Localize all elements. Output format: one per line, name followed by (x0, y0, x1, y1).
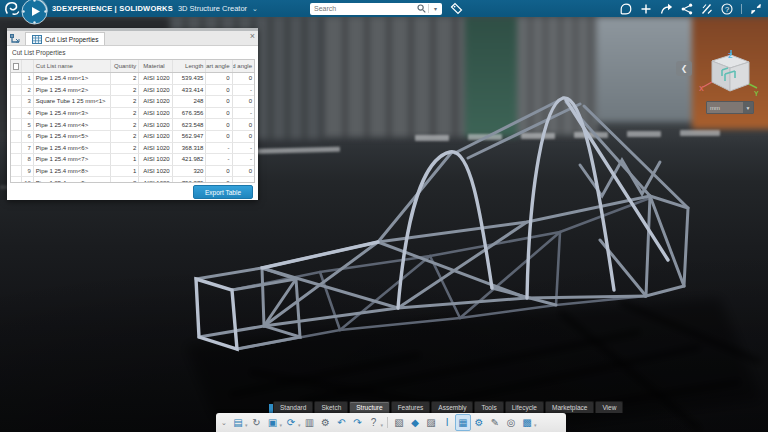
svg-text:?: ? (725, 4, 729, 13)
toolbar-separator (387, 417, 388, 428)
print-icon[interactable]: ▥ (302, 414, 318, 431)
topbar-right-icons: ? (620, 0, 762, 17)
tab-tools[interactable]: Tools (474, 401, 503, 414)
bottom-toolbar-icons: ▤▾↻▣▾⟳▾▥⚙↶↷?▾▧◆▨I▦⚙✎◎▩▾ (230, 414, 538, 431)
cutlist-table-body: 1Pipe 1 25.4 mm<1>2AISI 1020539.435002Pi… (11, 73, 254, 183)
panel-footer: Export Table (7, 183, 258, 200)
dropdown-caret[interactable]: ▾ (245, 422, 248, 428)
search-options-chevron-icon[interactable]: ▾ (429, 3, 442, 15)
help-circle-icon[interactable]: ? (721, 3, 733, 15)
export-table-button[interactable]: Export Table (193, 185, 253, 199)
tab-lifecycle[interactable]: Lifecycle (505, 401, 544, 414)
exit-fullscreen-icon[interactable] (750, 3, 762, 15)
save-icon[interactable]: ▣ (265, 414, 281, 431)
compare-icon[interactable]: ▩ (519, 414, 535, 431)
panel-tab-label: Cut List Properties (45, 36, 98, 43)
undo-icon[interactable]: ↶ (334, 414, 350, 431)
tab-structure[interactable]: Structure (349, 401, 389, 414)
redo-icon[interactable]: ↷ (350, 414, 366, 431)
new-part-icon[interactable]: ▤ (230, 414, 246, 431)
cutlist-table-icon[interactable]: ▦ (455, 414, 471, 431)
table-row[interactable]: 9Pipe 1 25.4 mm<8>1AISI 102032000 (11, 166, 254, 178)
table-icon (32, 35, 42, 44)
col-end-angle[interactable]: End angle (233, 60, 254, 72)
structure-tree-icon[interactable] (7, 32, 23, 45)
dropdown-caret[interactable]: ▾ (298, 422, 301, 428)
tab-standard[interactable]: Standard (273, 401, 313, 414)
bottom-tab-strip: StandardSketchStructureFeaturesAssemblyT… (273, 401, 623, 414)
select-all-checkbox[interactable] (11, 60, 22, 72)
material-globe-icon[interactable]: ◎ (503, 414, 519, 431)
help-icon[interactable]: ? (366, 414, 382, 431)
share-nodes-icon[interactable] (681, 3, 693, 15)
dropdown-caret[interactable]: ▾ (280, 422, 283, 428)
viewcube-collapse-button[interactable]: ❮ (676, 61, 692, 76)
dropdown-caret[interactable]: ▾ (534, 422, 537, 428)
search-input[interactable] (310, 5, 415, 12)
view-cube[interactable]: X Y Z (698, 50, 760, 102)
cutlist-table: Cut List name Quantity Material Length S… (10, 59, 255, 183)
tabstrip-accent (269, 404, 273, 413)
top-bar: 3DEXPERIENCE | SOLIDWORKS 3D Structure C… (0, 0, 768, 17)
pen-icon[interactable] (701, 3, 713, 15)
add-icon[interactable] (640, 3, 652, 15)
cutlist-panel: Cut List Properties × Cut List Propertie… (7, 28, 258, 200)
col-material[interactable]: Material (139, 60, 173, 72)
table-row[interactable]: 6Pipe 1 25.4 mm<5>2AISI 1020562.94700 (11, 131, 254, 143)
update-shield-icon[interactable]: ↻ (249, 414, 265, 431)
notification-drop-icon[interactable] (620, 3, 632, 15)
table-row[interactable]: 7Pipe 1 25.4 mm<6>2AISI 1020368.318-- (11, 143, 254, 155)
primitive-cube-icon[interactable]: ◆ (407, 414, 423, 431)
section-cube-icon[interactable]: ▨ (423, 414, 439, 431)
share-forward-icon[interactable] (660, 3, 673, 15)
tab-view[interactable]: View (595, 401, 623, 414)
chevron-down-icon: ▼ (743, 102, 753, 113)
catalog-icon[interactable]: ▧ (391, 414, 407, 431)
table-row[interactable]: 8Pipe 1 25.4 mm<7>1AISI 1020421.982-- (11, 154, 254, 166)
search-icon[interactable] (415, 3, 428, 15)
units-value: mm (707, 105, 743, 111)
table-row[interactable]: 2Pipe 1 25.4 mm<2>2AISI 1020433.4140- (11, 85, 254, 97)
settings-gear-icon[interactable]: ⚙ (318, 414, 334, 431)
search-box[interactable]: ▾ (310, 3, 442, 15)
cutlist-table-header: Cut List name Quantity Material Length S… (11, 60, 254, 73)
tab-marketplace[interactable]: Marketplace (545, 401, 594, 414)
app-window: ❮ X Y Z mm ▼ (0, 0, 768, 432)
table-row[interactable]: 1Pipe 1 25.4 mm<1>2AISI 1020539.43500 (11, 73, 254, 85)
3ds-logo[interactable] (4, 1, 20, 16)
tab-cut-list-properties[interactable]: Cut List Properties (25, 32, 105, 45)
panel-tab-strip: Cut List Properties × (7, 31, 258, 46)
chevron-down-icon[interactable]: ⌄ (252, 5, 258, 13)
col-cut-list-name[interactable]: Cut List name (34, 60, 112, 72)
toolbar-collapse-chevron[interactable]: ⌄ (219, 416, 229, 429)
table-row[interactable]: 5Pipe 1 25.4 mm<4>2AISI 1020623.54800 (11, 119, 254, 131)
table-row[interactable]: 3Square Tube 1 25 mm<1>2AISI 102024800 (11, 96, 254, 108)
edit-pencil-icon[interactable]: ✎ (487, 414, 503, 431)
weldment-gear-icon[interactable]: ⚙ (471, 414, 487, 431)
axis-z-label: Z (728, 52, 733, 59)
panel-section-title: Cut List Properties (7, 46, 258, 58)
tab-assembly[interactable]: Assembly (431, 401, 473, 414)
action-toolbar: ⌄ ▤▾↻▣▾⟳▾▥⚙↶↷?▾▧◆▨I▦⚙✎◎▩▾ (216, 413, 566, 432)
refresh-gear-icon[interactable]: ⟳ (283, 414, 299, 431)
tab-features[interactable]: Features (391, 401, 431, 414)
axis-x-label: X (699, 85, 704, 92)
col-quantity[interactable]: Quantity (111, 60, 139, 72)
tag-icon[interactable] (450, 2, 463, 15)
topbar-separator (741, 4, 742, 14)
brand-title: 3DEXPERIENCE | SOLIDWORKS (52, 4, 173, 13)
col-start-angle[interactable]: Start angle (206, 60, 232, 72)
app-name[interactable]: 3D Structure Creator (178, 4, 247, 13)
col-length[interactable]: Length (173, 60, 206, 72)
table-row[interactable]: 4Pipe 1 25.4 mm<3>2AISI 1020676.3560- (11, 108, 254, 120)
units-dropdown[interactable]: mm ▼ (706, 101, 754, 114)
structure-beam-icon[interactable]: I (439, 414, 455, 431)
axis-y-label: Y (754, 90, 759, 97)
close-icon[interactable]: × (250, 32, 255, 41)
tab-sketch[interactable]: Sketch (314, 401, 348, 414)
dropdown-caret[interactable]: ▾ (381, 422, 384, 428)
3dcompass-button[interactable] (21, 0, 48, 25)
